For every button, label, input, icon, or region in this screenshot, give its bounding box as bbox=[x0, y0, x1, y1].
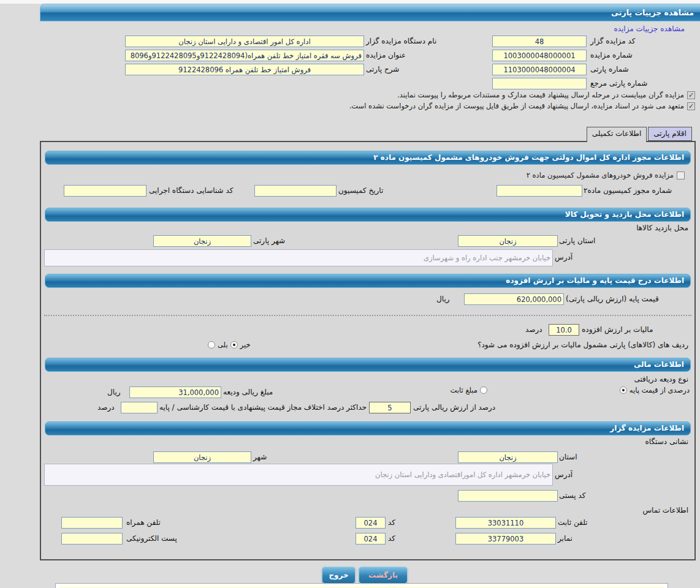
base-price-rial-label: ریال bbox=[436, 293, 450, 305]
permit-no-field[interactable] bbox=[496, 185, 582, 197]
visit-city-label: شهر پارتی bbox=[253, 235, 285, 247]
auction-title-field[interactable] bbox=[125, 50, 364, 61]
party-ref-no-field[interactable] bbox=[492, 78, 587, 89]
auction-no-field[interactable] bbox=[492, 50, 587, 61]
party-ref-no-label: شماره پارتی مرجع bbox=[590, 78, 647, 89]
percent-of-value-field[interactable] bbox=[369, 402, 411, 413]
back-button[interactable]: بازگشت bbox=[359, 567, 408, 584]
permit-checkbox-label: مزایده فروش خودروهای مشمول کمیسیون ماده … bbox=[527, 171, 674, 179]
permit-checkbox[interactable] bbox=[677, 172, 685, 179]
party-desc-field[interactable] bbox=[125, 64, 364, 75]
permit-no-label: شماره مجوز کمیسیون ماده۲ bbox=[584, 185, 672, 197]
fax-code-label: کد bbox=[388, 533, 395, 545]
fax-code-field[interactable] bbox=[356, 533, 386, 545]
phone-code-label: کد bbox=[388, 517, 395, 529]
notice-row-1: مزایده گران میبایست در مرحله ارسال پیشنه… bbox=[397, 91, 695, 99]
section-visit-header: اطلاعات محل بازدید و تحویل کالا bbox=[45, 208, 691, 222]
vat-question-label: ردیف های (کالاهای) پارتی مشمول مالیات بر… bbox=[477, 339, 688, 351]
notice-2-checkbox[interactable] bbox=[687, 102, 695, 110]
bidder-province-label: استان bbox=[559, 451, 577, 463]
section-financial-header: اطلاعات مالی bbox=[45, 358, 691, 372]
visit-province-field[interactable] bbox=[458, 235, 558, 247]
max-diff-label: حداکثر درصد اختلاف مجاز قیمت پیشنهادی با… bbox=[159, 402, 367, 413]
phone-label: تلفن ثابت bbox=[558, 517, 587, 529]
notice-1-checkbox[interactable] bbox=[687, 91, 695, 99]
auction-title-label: عنوان مزایده bbox=[366, 50, 406, 61]
mobile-label: تلفن همراه bbox=[126, 517, 161, 529]
permit-checkbox-row: مزایده فروش خودروهای مشمول کمیسیون ماده … bbox=[527, 171, 685, 179]
fax-label: نمابر bbox=[558, 533, 573, 545]
notice-2-text: متعهد می شود در اسناد مزایده، ارسال پیشن… bbox=[349, 102, 684, 110]
postal-code-field[interactable] bbox=[458, 490, 558, 502]
email-label: پست الکترونیکی bbox=[126, 533, 177, 545]
party-no-field[interactable] bbox=[492, 64, 587, 75]
visit-address-label: آدرس bbox=[555, 252, 573, 263]
deposit-rial-label: ریال bbox=[107, 386, 121, 398]
phone-field[interactable] bbox=[455, 517, 556, 529]
email-field[interactable] bbox=[61, 533, 123, 545]
visit-address-field[interactable] bbox=[44, 249, 553, 266]
base-price-label: قیمت پایه (ارزش ریالی پارتی) bbox=[566, 293, 659, 305]
auction-no-label: شماره مزایده bbox=[590, 50, 633, 61]
page-title: مشاهده جزییات پارتی bbox=[611, 8, 694, 17]
deposit-fixed-radio[interactable] bbox=[480, 386, 487, 394]
bidder-address-label: آدرس bbox=[555, 469, 573, 481]
vat-no-label: خیر bbox=[240, 341, 251, 349]
section-permit-header: اطلاعات مجوز اداره کل اموال دولتی جهت فر… bbox=[45, 151, 691, 165]
bidder-city-field[interactable] bbox=[153, 451, 251, 463]
screen: مشاهده جزییات پارتی مشاهده جزییات مزایده… bbox=[0, 0, 700, 588]
exec-org-id-field[interactable] bbox=[64, 185, 146, 197]
dotted-divider bbox=[44, 315, 691, 316]
visit-city-field[interactable] bbox=[153, 235, 251, 247]
deposit-percent-label: درصدی از قیمت پایه bbox=[630, 386, 690, 394]
org-address-label: نشانی دستگاه bbox=[645, 436, 688, 448]
max-diff-field[interactable] bbox=[121, 402, 158, 413]
bottom-partial-panel bbox=[55, 583, 668, 588]
visit-place-label: محل بازدید کالاها bbox=[636, 222, 688, 234]
deposit-amount-label: مبلغ ریالی ودیعه bbox=[223, 386, 273, 398]
party-no-label: شماره پارتی bbox=[590, 64, 629, 75]
notice-row-2: متعهد می شود در اسناد مزایده، ارسال پیشن… bbox=[349, 102, 695, 110]
fax-field[interactable] bbox=[455, 533, 556, 545]
percent-of-value-label: درصد از ارزش ریالی پارتی bbox=[413, 402, 495, 413]
vat-question-radiogroup: بلی خیر bbox=[208, 341, 251, 349]
deposit-fixed-option: مبلغ ثابت bbox=[451, 386, 487, 394]
visit-province-label: استان پارتی bbox=[559, 235, 595, 247]
party-desc-label: شرح پارتی bbox=[366, 64, 399, 75]
tab-party-items[interactable]: اقلام پارتی bbox=[648, 127, 692, 141]
deposit-amount-field[interactable] bbox=[129, 386, 221, 398]
vat-yes-label: بلی bbox=[218, 341, 228, 349]
exec-org-id-label: کد شناسایی دستگاه اجرایی bbox=[149, 185, 233, 197]
bidder-code-label: کد مزایده گزار bbox=[590, 36, 635, 47]
bidder-province-field[interactable] bbox=[458, 451, 558, 463]
vat-label: مالیات بر ارزش افزوده bbox=[582, 324, 653, 336]
deposit-percent-radio[interactable] bbox=[620, 386, 627, 394]
notice-1-text: مزایده گران میبایست در مرحله ارسال پیشنه… bbox=[397, 91, 684, 99]
supplementary-panel: اطلاعات مجوز اداره کل اموال دولتی جهت فر… bbox=[40, 141, 696, 560]
view-auction-details-link[interactable]: مشاهده جزییات مزایده bbox=[614, 24, 685, 33]
max-diff-percent-label: درصد bbox=[97, 402, 115, 413]
bidder-code-field[interactable] bbox=[492, 36, 587, 47]
vat-field[interactable] bbox=[549, 324, 579, 336]
deposit-percent-option: درصدی از قیمت پایه bbox=[620, 386, 690, 394]
deposit-type-label: نوع ودیعه دریافتی bbox=[634, 374, 688, 385]
postal-code-label: کد پستی bbox=[559, 490, 586, 502]
section-bidder-header: اطلاعات مزایده گزار bbox=[45, 421, 691, 435]
base-price-field[interactable] bbox=[464, 293, 564, 305]
mobile-field[interactable] bbox=[61, 517, 123, 529]
commission-date-label: تاریخ کمیسیون bbox=[338, 185, 383, 197]
phone-code-field[interactable] bbox=[356, 517, 386, 529]
contact-info-label: اطلاعات تماس bbox=[642, 505, 688, 516]
vat-no-radio[interactable] bbox=[230, 341, 238, 349]
section-price-header: اطلاعات درج قیمت پایه و مالیات بر ارزش ا… bbox=[45, 274, 691, 288]
org-name-field[interactable] bbox=[125, 36, 364, 47]
window-title-bar: مشاهده جزییات پارتی bbox=[40, 4, 700, 21]
org-name-label: نام دستگاه مزایده گزار bbox=[366, 36, 436, 47]
tab-supplementary[interactable]: اطلاعات تکمیلی bbox=[587, 127, 647, 142]
vat-yes-radio[interactable] bbox=[208, 341, 215, 349]
bidder-address-field[interactable] bbox=[44, 464, 553, 486]
commission-date-field[interactable] bbox=[254, 185, 337, 197]
exit-button[interactable]: خروج bbox=[322, 567, 356, 584]
vat-percent-label: درصد bbox=[525, 324, 542, 336]
deposit-fixed-label: مبلغ ثابت bbox=[451, 386, 477, 394]
